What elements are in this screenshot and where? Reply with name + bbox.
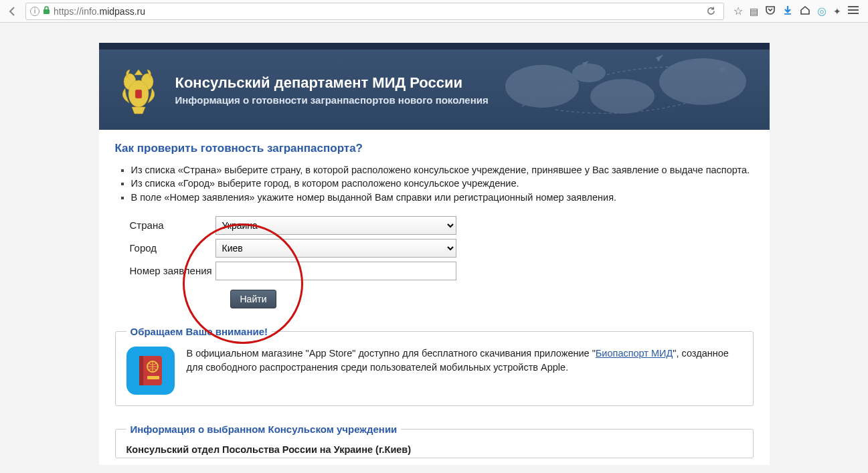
library-icon[interactable]: ▤ [750,6,758,17]
page: Консульский департамент МИД России Инфор… [99,43,770,465]
svg-point-12 [572,64,606,82]
svg-rect-8 [135,90,142,98]
emblem-icon [115,63,162,116]
country-label: Страна [115,219,215,231]
instructions-item: Из списка «Страна» выберите страну, в ко… [131,163,754,177]
bio-passport-link[interactable]: Биопаспорт МИД [596,348,673,359]
back-button[interactable] [4,3,21,20]
address-bar[interactable]: i https://info.midpass.ru [25,3,724,20]
notice-text: В официальном магазине "App Store" досту… [187,347,742,375]
svg-point-10 [590,79,655,114]
menu-icon[interactable] [848,5,859,17]
app-icon [126,347,175,395]
header-title: Консульский департамент МИД России [175,74,489,92]
star-icon[interactable]: ☆ [733,5,743,17]
pocket-icon[interactable] [765,5,776,18]
url-prefix: https:// [54,6,82,17]
url-domain: midpass.ru [100,6,145,17]
svg-rect-16 [147,376,159,379]
notice-box: Обращаем Ваше внимание! В официальном ма… [115,326,754,406]
svg-rect-3 [848,9,859,11]
svg-point-11 [659,58,746,105]
url-sub: info. [82,6,99,17]
appnum-input[interactable] [215,262,456,280]
consulate-box: Информация о выбранном Консульском учреж… [115,423,754,458]
consulate-legend: Информация о выбранном Консульском учреж… [126,423,402,435]
header-subtitle: Информация о готовности загранпаспортов … [175,94,489,106]
instructions-list: Из списка «Страна» выберите страну, в ко… [115,163,754,204]
appnum-label: Номер заявления [115,265,215,276]
browser-toolbar: i https://info.midpass.ru ☆ ▤ ◎ ✦ [0,0,868,23]
instructions-item: В поле «Номер заявления» укажите номер в… [131,191,754,204]
consulate-title: Консульский отдел Посольства России на У… [126,444,742,455]
svg-rect-1 [784,13,791,15]
country-select[interactable]: Украина [215,216,456,235]
instructions-item: Из списка «Город» выберите город, в кото… [131,177,754,190]
instructions-heading: Как проверить готовность загранпаспорта? [115,142,754,155]
top-strip [99,43,770,50]
content: Как проверить готовность загранпаспорта?… [99,130,770,465]
worldmap-decor [482,50,770,130]
info-icon: i [30,7,39,16]
reload-button[interactable] [702,6,719,16]
home-icon[interactable] [800,5,810,18]
svg-rect-2 [848,6,859,7]
lock-icon [43,6,50,17]
header: Консульский департамент МИД России Инфор… [99,50,770,130]
addon-icon[interactable]: ✦ [833,6,841,17]
city-label: Город [115,242,215,254]
download-icon[interactable] [782,5,793,18]
water-icon[interactable]: ◎ [817,5,827,17]
notice-text-before: В официальном магазине "App Store" досту… [187,348,596,359]
toolbar-icons: ☆ ▤ ◎ ✦ [728,5,864,18]
find-button[interactable]: Найти [230,290,277,308]
svg-rect-4 [848,13,859,14]
svg-point-9 [505,65,579,108]
notice-legend: Обращаем Ваше внимание! [126,326,272,337]
svg-rect-0 [44,9,50,14]
svg-rect-14 [139,356,143,385]
url-text: https://info.midpass.ru [54,6,145,17]
city-select[interactable]: Киев [215,239,456,258]
